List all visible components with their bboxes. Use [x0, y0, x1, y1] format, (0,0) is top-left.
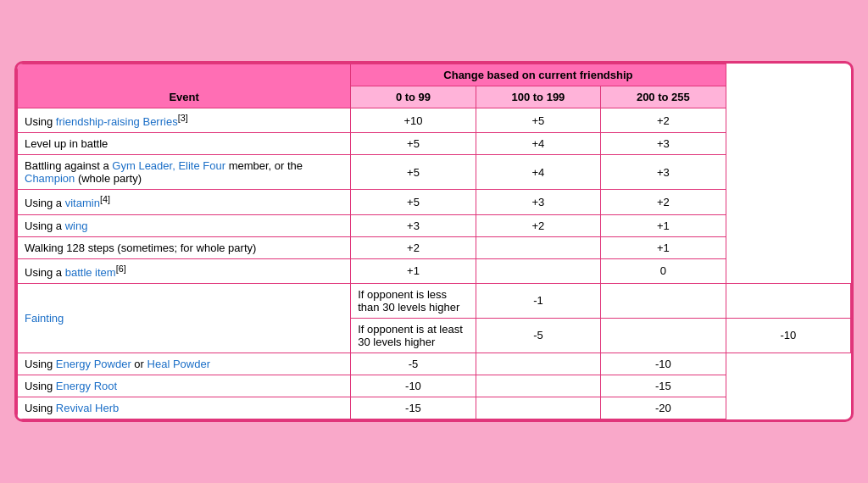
table-row: Using a wing +3 +2 +1: [18, 214, 851, 236]
event-cell: Using Energy Root: [18, 375, 351, 397]
table-row: Using Revival Herb -15 -20: [18, 397, 851, 419]
range2-header: 100 to 199: [476, 86, 600, 108]
fainting-sub2-cell: If opponent is at least 30 levels higher: [351, 318, 476, 353]
fainting-sub1-val2: [601, 283, 726, 318]
val1-cell: +1: [351, 258, 476, 283]
val2-cell: [476, 375, 600, 397]
gym-leader-link[interactable]: Gym Leader, Elite Four: [112, 159, 225, 172]
val1-cell: +5: [351, 133, 476, 155]
val3-cell: +3: [601, 155, 726, 190]
val3-cell: +2: [601, 108, 726, 133]
champion-link[interactable]: Champion: [25, 172, 75, 185]
val1-cell: +2: [351, 236, 476, 258]
val3-cell: 0: [601, 258, 726, 283]
friendship-table: Event Change based on current friendship…: [14, 61, 854, 422]
fainting-row-1: Fainting If opponent is less than 30 lev…: [18, 283, 851, 318]
val2-cell: +5: [476, 108, 600, 133]
event-cell: Walking 128 steps (sometimes; for whole …: [18, 236, 351, 258]
val3-cell: -15: [601, 375, 726, 397]
event-cell: Battling against a Gym Leader, Elite Fou…: [18, 155, 351, 190]
change-column-header: Change based on current friendship: [351, 64, 726, 86]
val3-cell: +1: [601, 236, 726, 258]
val3-cell: +1: [601, 214, 726, 236]
val1-cell: -5: [351, 353, 476, 375]
val2-cell: [476, 353, 600, 375]
table-row: Using a battle item[6] +1 0: [18, 258, 851, 283]
val3-cell: -20: [601, 397, 726, 419]
val3-cell: +3: [601, 133, 726, 155]
event-cell: Using a wing: [18, 214, 351, 236]
event-cell: Using a battle item[6]: [18, 258, 351, 283]
val2-cell: +4: [476, 155, 600, 190]
val1-cell: +3: [351, 214, 476, 236]
val1-cell: +5: [351, 190, 476, 214]
val1-cell: +10: [351, 108, 476, 133]
val1-cell: -15: [351, 397, 476, 419]
val2-cell: +2: [476, 214, 600, 236]
table-row: Battling against a Gym Leader, Elite Fou…: [18, 155, 851, 190]
energy-powder-link[interactable]: Energy Powder: [56, 358, 131, 370]
vitamin-link[interactable]: vitamin: [65, 197, 100, 210]
val1-cell: +5: [351, 155, 476, 190]
val1-cell: -10: [351, 375, 476, 397]
event-cell: Using a vitamin[4]: [18, 190, 351, 214]
event-cell: Using Energy Powder or Heal Powder: [18, 353, 351, 375]
fainting-sub1-val3: [726, 283, 850, 318]
revival-herb-link[interactable]: Revival Herb: [56, 402, 119, 414]
val2-cell: [476, 236, 600, 258]
wing-link[interactable]: wing: [65, 219, 88, 232]
fainting-sub2-val3: -10: [726, 318, 850, 353]
range3-header: 200 to 255: [601, 86, 726, 108]
fainting-sub1-val1: -1: [476, 283, 600, 318]
event-cell: Using Revival Herb: [18, 397, 351, 419]
energy-root-link[interactable]: Energy Root: [56, 380, 117, 392]
event-column-header: Event: [18, 64, 351, 108]
table-row: Using Energy Root -10 -15: [18, 375, 851, 397]
val3-cell: +2: [601, 190, 726, 214]
event-cell: Using friendship-raising Berries[3]: [18, 108, 351, 133]
table-row: Using a vitamin[4] +5 +3 +2: [18, 190, 851, 214]
val2-cell: +3: [476, 190, 600, 214]
fainting-sub1-cell: If opponent is less than 30 levels highe…: [351, 283, 476, 318]
heal-powder-link[interactable]: Heal Powder: [147, 358, 210, 370]
fainting-link[interactable]: Fainting: [25, 312, 64, 325]
val2-cell: +4: [476, 133, 600, 155]
table-row: Using Energy Powder or Heal Powder -5 -1…: [18, 353, 851, 375]
fainting-event-cell: Fainting: [18, 283, 351, 353]
val2-cell: [476, 397, 600, 419]
table-row: Using friendship-raising Berries[3] +10 …: [18, 108, 851, 133]
table-row: Level up in battle +5 +4 +3: [18, 133, 851, 155]
val3-cell: -10: [601, 353, 726, 375]
fainting-sub2-val1: -5: [476, 318, 600, 353]
event-cell: Level up in battle: [18, 133, 351, 155]
range1-header: 0 to 99: [351, 86, 476, 108]
fainting-sub2-val2: [601, 318, 726, 353]
battle-item-link[interactable]: battle item: [65, 266, 116, 279]
table-row: Walking 128 steps (sometimes; for whole …: [18, 236, 851, 258]
val2-cell: [476, 258, 600, 283]
friendship-berries-link[interactable]: friendship-raising Berries: [56, 115, 178, 128]
